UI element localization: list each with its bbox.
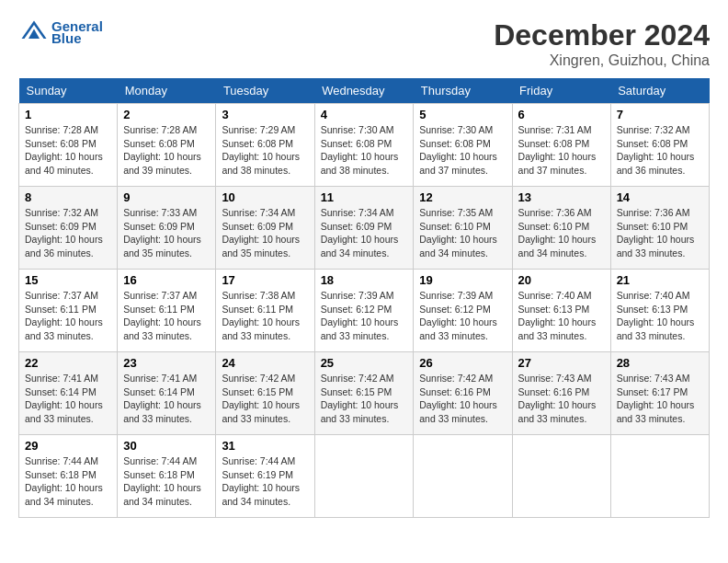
day-info: Sunrise: 7:33 AMSunset: 6:09 PMDaylight:… — [123, 207, 201, 259]
calendar-cell — [610, 435, 709, 518]
day-number: 8 — [25, 190, 111, 204]
logo: General Blue — [18, 18, 103, 46]
day-number: 2 — [123, 108, 210, 121]
calendar-week-row: 15 Sunrise: 7:37 AMSunset: 6:11 PMDaylig… — [19, 270, 710, 352]
day-info: Sunrise: 7:39 AMSunset: 6:12 PMDaylight:… — [419, 290, 497, 341]
day-number: 28 — [617, 356, 703, 370]
day-number: 31 — [222, 439, 308, 453]
day-number: 25 — [321, 356, 408, 370]
day-number: 9 — [123, 190, 210, 204]
day-info: Sunrise: 7:30 AMSunset: 6:08 PMDaylight:… — [419, 124, 497, 176]
day-number: 26 — [419, 356, 506, 370]
day-number: 20 — [518, 273, 605, 287]
calendar-cell: 4 Sunrise: 7:30 AMSunset: 6:08 PMDayligh… — [314, 104, 414, 187]
day-number: 19 — [419, 273, 506, 287]
day-number: 22 — [25, 356, 111, 370]
calendar-cell: 12 Sunrise: 7:35 AMSunset: 6:10 PMDaylig… — [414, 187, 512, 270]
day-number: 21 — [617, 273, 703, 287]
calendar-week-row: 22 Sunrise: 7:41 AMSunset: 6:14 PMDaylig… — [19, 352, 710, 435]
calendar-cell: 18 Sunrise: 7:39 AMSunset: 6:12 PMDaylig… — [314, 270, 414, 352]
day-number: 11 — [321, 190, 408, 204]
day-info: Sunrise: 7:40 AMSunset: 6:13 PMDaylight:… — [518, 290, 597, 341]
day-info: Sunrise: 7:39 AMSunset: 6:12 PMDaylight:… — [321, 290, 399, 341]
calendar-cell: 22 Sunrise: 7:41 AMSunset: 6:14 PMDaylig… — [19, 352, 118, 435]
day-number: 23 — [123, 356, 210, 370]
calendar-cell: 9 Sunrise: 7:33 AMSunset: 6:09 PMDayligh… — [118, 187, 216, 270]
day-info: Sunrise: 7:44 AMSunset: 6:18 PMDaylight:… — [25, 455, 103, 507]
calendar-cell: 3 Sunrise: 7:29 AMSunset: 6:08 PMDayligh… — [216, 104, 314, 187]
day-number: 7 — [617, 108, 703, 121]
calendar-week-row: 8 Sunrise: 7:32 AMSunset: 6:09 PMDayligh… — [19, 187, 710, 270]
day-info: Sunrise: 7:42 AMSunset: 6:15 PMDaylight:… — [222, 373, 300, 424]
day-number: 27 — [518, 356, 605, 370]
weekday-header-sunday: Sunday — [19, 78, 118, 104]
day-info: Sunrise: 7:35 AMSunset: 6:10 PMDaylight:… — [419, 207, 497, 259]
day-info: Sunrise: 7:34 AMSunset: 6:09 PMDaylight:… — [321, 207, 399, 259]
day-number: 29 — [25, 439, 111, 453]
day-info: Sunrise: 7:38 AMSunset: 6:11 PMDaylight:… — [222, 290, 300, 341]
day-number: 1 — [25, 108, 111, 121]
calendar-cell: 14 Sunrise: 7:36 AMSunset: 6:10 PMDaylig… — [610, 187, 709, 270]
calendar-cell: 30 Sunrise: 7:44 AMSunset: 6:18 PMDaylig… — [118, 435, 216, 518]
day-info: Sunrise: 7:36 AMSunset: 6:10 PMDaylight:… — [617, 207, 695, 259]
calendar-cell: 31 Sunrise: 7:44 AMSunset: 6:19 PMDaylig… — [216, 435, 314, 518]
calendar-table: SundayMondayTuesdayWednesdayThursdayFrid… — [18, 78, 710, 518]
calendar-cell: 8 Sunrise: 7:32 AMSunset: 6:09 PMDayligh… — [19, 187, 118, 270]
calendar-cell: 26 Sunrise: 7:42 AMSunset: 6:16 PMDaylig… — [414, 352, 512, 435]
day-info: Sunrise: 7:43 AMSunset: 6:17 PMDaylight:… — [617, 373, 695, 424]
day-number: 3 — [222, 108, 308, 121]
calendar-cell: 23 Sunrise: 7:41 AMSunset: 6:14 PMDaylig… — [118, 352, 216, 435]
day-number: 16 — [123, 273, 210, 287]
day-number: 6 — [518, 108, 605, 121]
calendar-cell: 13 Sunrise: 7:36 AMSunset: 6:10 PMDaylig… — [512, 187, 610, 270]
day-info: Sunrise: 7:28 AMSunset: 6:08 PMDaylight:… — [25, 124, 103, 176]
calendar-cell — [414, 435, 512, 518]
day-info: Sunrise: 7:36 AMSunset: 6:10 PMDaylight:… — [518, 207, 597, 259]
day-info: Sunrise: 7:40 AMSunset: 6:13 PMDaylight:… — [617, 290, 695, 341]
calendar-cell: 5 Sunrise: 7:30 AMSunset: 6:08 PMDayligh… — [414, 104, 512, 187]
weekday-header-thursday: Thursday — [414, 78, 512, 104]
day-number: 18 — [321, 273, 408, 287]
calendar-cell: 27 Sunrise: 7:43 AMSunset: 6:16 PMDaylig… — [512, 352, 610, 435]
calendar-cell: 7 Sunrise: 7:32 AMSunset: 6:08 PMDayligh… — [610, 104, 709, 187]
day-info: Sunrise: 7:34 AMSunset: 6:09 PMDaylight:… — [222, 207, 300, 259]
calendar-cell: 24 Sunrise: 7:42 AMSunset: 6:15 PMDaylig… — [216, 352, 314, 435]
calendar-cell: 1 Sunrise: 7:28 AMSunset: 6:08 PMDayligh… — [19, 104, 118, 187]
calendar-cell: 29 Sunrise: 7:44 AMSunset: 6:18 PMDaylig… — [19, 435, 118, 518]
day-number: 4 — [321, 108, 408, 121]
day-info: Sunrise: 7:41 AMSunset: 6:14 PMDaylight:… — [25, 373, 103, 424]
day-number: 15 — [25, 273, 111, 287]
day-number: 30 — [123, 439, 210, 453]
title-section: December 2024 Xingren, Guizhou, China — [494, 18, 710, 69]
day-info: Sunrise: 7:32 AMSunset: 6:09 PMDaylight:… — [25, 207, 103, 259]
day-number: 24 — [222, 356, 308, 370]
weekday-header-monday: Monday — [118, 78, 216, 104]
calendar-week-row: 1 Sunrise: 7:28 AMSunset: 6:08 PMDayligh… — [19, 104, 710, 187]
day-info: Sunrise: 7:31 AMSunset: 6:08 PMDaylight:… — [518, 124, 597, 176]
calendar-cell — [314, 435, 414, 518]
page-header: General Blue December 2024 Xingren, Guiz… — [18, 18, 710, 69]
calendar-cell: 28 Sunrise: 7:43 AMSunset: 6:17 PMDaylig… — [610, 352, 709, 435]
calendar-cell: 17 Sunrise: 7:38 AMSunset: 6:11 PMDaylig… — [216, 270, 314, 352]
day-info: Sunrise: 7:42 AMSunset: 6:15 PMDaylight:… — [321, 373, 399, 424]
weekday-header-wednesday: Wednesday — [314, 78, 414, 104]
day-number: 12 — [419, 190, 506, 204]
day-info: Sunrise: 7:30 AMSunset: 6:08 PMDaylight:… — [321, 124, 399, 176]
day-number: 17 — [222, 273, 308, 287]
calendar-cell: 20 Sunrise: 7:40 AMSunset: 6:13 PMDaylig… — [512, 270, 610, 352]
day-info: Sunrise: 7:44 AMSunset: 6:19 PMDaylight:… — [222, 455, 300, 507]
calendar-cell: 15 Sunrise: 7:37 AMSunset: 6:11 PMDaylig… — [19, 270, 118, 352]
calendar-cell: 2 Sunrise: 7:28 AMSunset: 6:08 PMDayligh… — [118, 104, 216, 187]
calendar-week-row: 29 Sunrise: 7:44 AMSunset: 6:18 PMDaylig… — [19, 435, 710, 518]
day-number: 5 — [419, 108, 506, 121]
calendar-cell — [512, 435, 610, 518]
day-info: Sunrise: 7:42 AMSunset: 6:16 PMDaylight:… — [419, 373, 497, 424]
day-info: Sunrise: 7:43 AMSunset: 6:16 PMDaylight:… — [518, 373, 597, 424]
weekday-header-friday: Friday — [512, 78, 610, 104]
day-info: Sunrise: 7:41 AMSunset: 6:14 PMDaylight:… — [123, 373, 201, 424]
calendar-cell: 21 Sunrise: 7:40 AMSunset: 6:13 PMDaylig… — [610, 270, 709, 352]
day-info: Sunrise: 7:37 AMSunset: 6:11 PMDaylight:… — [25, 290, 103, 341]
day-number: 10 — [222, 190, 308, 204]
weekday-header-saturday: Saturday — [610, 78, 709, 104]
day-info: Sunrise: 7:29 AMSunset: 6:08 PMDaylight:… — [222, 124, 300, 176]
